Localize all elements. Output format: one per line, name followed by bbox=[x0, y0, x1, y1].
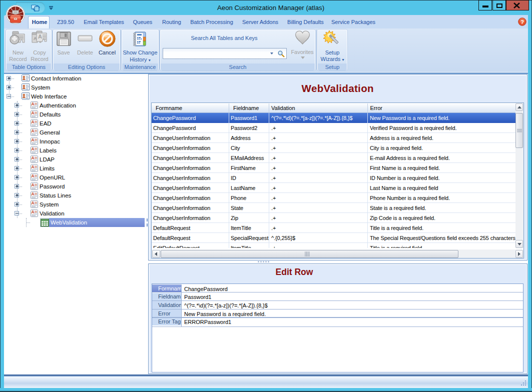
svg-text:A: A bbox=[31, 138, 34, 142]
svg-text:A: A bbox=[31, 120, 34, 124]
svg-text:A: A bbox=[31, 164, 34, 170]
svg-text:A: A bbox=[31, 110, 34, 116]
svg-text:A: A bbox=[38, 34, 42, 40]
svg-text:A: A bbox=[31, 210, 34, 214]
svg-text:A: A bbox=[31, 156, 34, 160]
svg-text:A: A bbox=[31, 128, 34, 134]
svg-text:A: A bbox=[31, 174, 34, 178]
svg-text:A: A bbox=[31, 182, 34, 188]
svg-text:A: A bbox=[31, 192, 34, 196]
svg-text:A: A bbox=[31, 200, 34, 206]
svg-text:A: A bbox=[31, 102, 34, 106]
svg-text:A: A bbox=[31, 146, 34, 152]
svg-text:?: ? bbox=[520, 19, 524, 25]
